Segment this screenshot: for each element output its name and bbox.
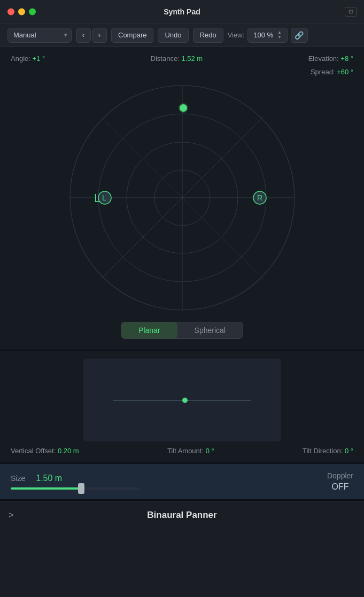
view-label: View: [228,31,245,39]
nav-group: ‹ › [76,28,107,43]
compare-button[interactable]: Compare [111,28,153,43]
doppler-value: OFF [331,482,348,492]
tilt-amount-display: Tilt Amount: 0 ° [167,447,214,455]
zoom-down-icon: ▼ [277,35,282,40]
size-label: Size [11,474,25,483]
size-slider[interactable] [11,487,139,490]
zoom-up-icon: ▲ [277,30,282,35]
polar-plot[interactable]: L L R [65,80,300,315]
elevation-display: Elevation: +8 ° [308,55,353,63]
preset-select[interactable]: Manual [7,28,72,43]
zoom-box[interactable]: 100 % ▲ ▼ [247,28,288,43]
side-view-area: Vertical Offset: 0.20 m Tilt Amount: 0 °… [0,351,364,462]
doppler-section: Doppler OFF [327,471,353,492]
footer-title: Binaural Panner [147,510,216,521]
slider-thumb[interactable] [78,483,84,494]
tilt-direction-label: Tilt Direction: [303,447,343,455]
slider-fill [11,487,81,490]
toggle-group: Planar Spherical [121,322,243,339]
distance-label: Distance: [151,55,180,63]
distance-display: Distance: 1.52 m [151,55,203,63]
spherical-tab[interactable]: Spherical [177,322,243,338]
angle-label: Angle: [11,55,30,63]
size-section: Size 1.50 m [11,474,306,490]
preset-dropdown-wrap: Manual [7,28,72,43]
size-label-row: Size 1.50 m [11,474,306,483]
spread-row: Spread: +60 ° [11,68,353,76]
angle-value: +1 ° [33,55,45,63]
title-bar: Synth Pad ⊡ [0,0,364,24]
elevation-label: Elevation: [308,55,339,63]
nav-next-button[interactable]: › [92,28,107,43]
link-icon: 🔗 [295,31,304,40]
distance-value: 1.52 m [181,55,203,63]
angle-display: Angle: +1 ° [11,55,45,63]
close-button[interactable] [7,8,14,15]
svg-text:L: L [102,193,106,202]
zoom-value: 100 % [253,31,273,39]
tilt-direction-display: Tilt Direction: 0 ° [303,447,353,455]
polar-container[interactable]: L L R [11,80,353,315]
window-title: Synth Pad [164,7,200,16]
nav-prev-button[interactable]: ‹ [76,28,91,43]
spread-label: Spread: [311,68,335,76]
side-view-box[interactable] [83,359,281,441]
bottom-controls: Size 1.50 m Doppler OFF [0,464,364,499]
footer-chevron-icon[interactable]: > [9,510,13,520]
maximize-button[interactable] [29,8,36,15]
info-bar-top: Angle: +1 ° Distance: 1.52 m Elevation: … [11,55,353,63]
vertical-offset-label: Vertical Offset: [11,447,56,455]
window-action-button[interactable]: ⊡ [345,7,357,17]
view-control: View: 100 % ▲ ▼ 🔗 [228,28,308,43]
undo-button[interactable]: Undo [158,28,188,43]
side-info-bar: Vertical Offset: 0.20 m Tilt Amount: 0 °… [11,447,353,455]
bottom-bar: > Binaural Panner [0,501,364,529]
minimize-button[interactable] [18,8,25,15]
size-value: 1.50 m [36,474,62,483]
redo-button[interactable]: Redo [193,28,223,43]
svg-text:R: R [257,193,262,202]
svg-point-13 [179,104,188,112]
spread-value: +60 ° [337,68,353,76]
side-view-dot[interactable] [182,398,188,403]
window-action-icon: ⊡ [348,9,353,14]
vertical-offset-display: Vertical Offset: 0.20 m [11,447,79,455]
tilt-direction-value: 0 ° [345,447,353,455]
doppler-label: Doppler [327,471,353,480]
panner-area: Angle: +1 ° Distance: 1.52 m Elevation: … [0,47,364,350]
traffic-lights [7,8,36,15]
link-button[interactable]: 🔗 [291,28,308,43]
vertical-offset-value: 0.20 m [58,447,79,455]
polar-svg: L L R [65,80,300,315]
toolbar: Manual ‹ › Compare Undo Redo View: 100 %… [0,24,364,47]
planar-tab[interactable]: Planar [121,322,177,338]
zoom-arrows: ▲ ▼ [277,30,282,40]
tilt-amount-value: 0 ° [206,447,214,455]
elevation-value: +8 ° [340,55,353,63]
toggle-bar: Planar Spherical [11,322,353,339]
tilt-amount-label: Tilt Amount: [167,447,204,455]
